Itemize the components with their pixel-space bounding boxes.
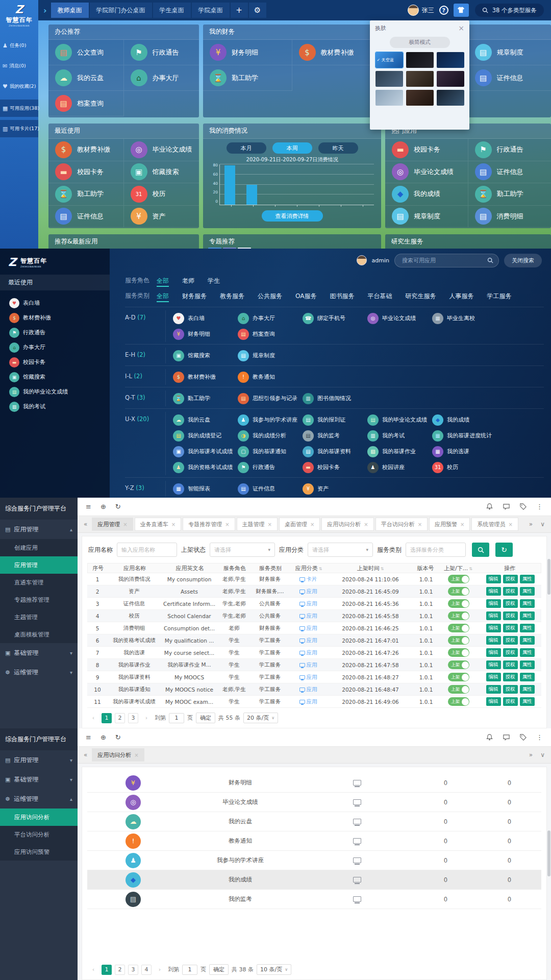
app-item[interactable]: ▬校园卡务	[385, 139, 468, 161]
skin-shirt-icon[interactable]	[454, 4, 469, 17]
close-icon[interactable]: ×	[418, 522, 422, 527]
next-page-icon[interactable]: ›	[141, 713, 152, 723]
skin-thumbnail[interactable]	[406, 52, 434, 68]
op-button[interactable]: 编辑	[486, 636, 501, 645]
app-item[interactable]: ⚑行政通告	[238, 459, 303, 475]
desktop-tab[interactable]: 教师桌面	[51, 3, 89, 18]
app-item[interactable]: ◑我的成绩分析	[238, 428, 303, 444]
page-size-select[interactable]: 20 条/页∨	[243, 713, 278, 723]
app-item[interactable]: ▤我的报到证	[303, 412, 367, 428]
skin-thumbnail[interactable]	[375, 71, 403, 87]
refresh-icon[interactable]: ↻	[115, 503, 121, 510]
page-button[interactable]: 3	[128, 965, 138, 975]
reset-refresh-button[interactable]: ↻	[495, 543, 513, 557]
op-button[interactable]: 属性	[520, 624, 535, 632]
app-item[interactable]: ◎毕业论文成绩	[385, 161, 468, 184]
publish-toggle[interactable]: 上架	[448, 587, 469, 596]
publish-toggle[interactable]: 上架	[448, 575, 469, 583]
app-item[interactable]: ¥资产	[124, 206, 199, 228]
app-type-link[interactable]: 应用	[299, 698, 317, 705]
menu-item[interactable]: 桌面模板管理	[0, 626, 78, 643]
app-type-link[interactable]: 应用	[299, 625, 317, 632]
app-item[interactable]: ▥图书借阅情况	[303, 390, 367, 406]
app-item[interactable]: ▤我的毕业论文成绩	[9, 384, 110, 399]
app-item[interactable]: ▤公文查询	[48, 40, 124, 65]
skin-thumbnail[interactable]	[437, 71, 464, 87]
app-item[interactable]: ◎毕业论文成绩	[367, 310, 432, 326]
op-button[interactable]: 编辑	[486, 697, 501, 706]
app-item[interactable]: ▬校园卡务	[303, 459, 367, 475]
bell-icon[interactable]	[486, 503, 493, 510]
app-item[interactable]: ▤我的成绩登记	[173, 428, 238, 444]
app-item[interactable]: ⚑行政通告	[9, 325, 110, 340]
settings-gear-icon[interactable]: ⚙	[249, 3, 266, 18]
op-button[interactable]: 授权	[503, 599, 518, 608]
sidebar-item[interactable]: ▦可用应用(38)	[0, 100, 38, 117]
scrollbar[interactable]	[547, 830, 550, 876]
category-option[interactable]: 财务服务	[182, 292, 207, 301]
app-item[interactable]: ▥我的考试	[9, 399, 110, 414]
op-button[interactable]: 授权	[503, 673, 518, 681]
prev-page-icon[interactable]: ‹	[88, 713, 98, 723]
op-button[interactable]: 属性	[520, 685, 535, 694]
service-type-filter-input[interactable]	[406, 543, 466, 557]
publish-toggle[interactable]: 上架	[448, 648, 469, 657]
menu-group[interactable]: ▤应用管理▴	[0, 520, 78, 539]
app-item[interactable]: ⌛勤工助学	[203, 65, 292, 91]
skin-thumbnail[interactable]	[406, 71, 434, 87]
close-icon[interactable]: ×	[268, 522, 272, 527]
op-button[interactable]: 编辑	[486, 673, 501, 681]
menu-group[interactable]: ▣基础管理▾	[0, 770, 78, 789]
page-button[interactable]: 4	[141, 965, 152, 975]
simple-mode-button[interactable]: 极简模式	[390, 37, 450, 48]
op-button[interactable]: 编辑	[486, 575, 501, 583]
workspace-tab[interactable]: 专题推荐管理×	[183, 518, 235, 531]
app-item[interactable]: ⌂办事大厅	[124, 65, 199, 91]
app-item[interactable]: ¥财务明细	[173, 326, 238, 342]
op-button[interactable]: 属性	[520, 660, 535, 669]
app-item[interactable]: ▤我的毕业论文成绩	[367, 412, 432, 428]
skin-thumbnail[interactable]	[437, 90, 464, 106]
op-button[interactable]: 编辑	[486, 685, 501, 694]
workspace-tab[interactable]: 应用访问分析×	[321, 518, 373, 531]
kebab-menu-icon[interactable]: ⋮	[536, 503, 543, 510]
app-type-link[interactable]: 应用	[299, 600, 317, 607]
app-item[interactable]: $教材费补缴	[48, 139, 124, 161]
app-item[interactable]: ♟我参与的学术讲座	[238, 412, 303, 428]
category-option[interactable]: 公共服务	[258, 292, 282, 301]
app-item[interactable]: ◆我的成绩	[385, 183, 468, 206]
op-button[interactable]: 授权	[503, 624, 518, 632]
app-item[interactable]: 31校历	[432, 459, 497, 475]
page-button[interactable]: 1	[102, 965, 112, 975]
menu-group[interactable]: ▣基础管理▾	[0, 643, 78, 663]
category-option[interactable]: 学工服务	[487, 292, 511, 301]
app-item[interactable]: ¥财务明细	[203, 40, 292, 65]
app-name-filter-input[interactable]	[117, 543, 177, 557]
app-item[interactable]: ▦我的慕课进度统计	[432, 428, 497, 444]
close-icon[interactable]: ×	[508, 522, 512, 527]
close-icon[interactable]: ×	[460, 522, 464, 527]
goto-page-input[interactable]	[182, 965, 197, 975]
tag-icon[interactable]	[519, 733, 527, 741]
app-item[interactable]: ▤规章制度	[468, 40, 551, 65]
workspace-tab[interactable]: 应用预警×	[429, 518, 470, 531]
close-icon[interactable]: ×	[134, 752, 138, 758]
op-button[interactable]: 属性	[520, 697, 535, 706]
global-search[interactable]: 38 个多类型服务	[475, 4, 544, 17]
category-option[interactable]: OA服务	[295, 292, 316, 301]
app-item[interactable]: $教材费补缴	[9, 310, 110, 325]
add-desktop-button[interactable]: +	[231, 3, 248, 18]
consumption-tab[interactable]: 本周	[272, 142, 312, 154]
app-item[interactable]: ⌛勤工助学	[468, 183, 551, 206]
consumption-tab[interactable]: 本月	[227, 142, 266, 154]
op-button[interactable]: 授权	[503, 636, 518, 645]
close-icon[interactable]: ×	[171, 522, 176, 527]
app-type-link[interactable]: 应用	[299, 637, 317, 644]
workspace-tab[interactable]: 平台访问分析×	[375, 518, 428, 531]
app-search-input[interactable]: 搜索可用应用	[394, 254, 499, 267]
refresh-icon[interactable]: ↻	[115, 733, 121, 741]
app-type-link[interactable]: 卡片	[299, 576, 317, 583]
app-type-link[interactable]: 应用	[299, 612, 317, 620]
workspace-tab[interactable]: 应用管理×	[92, 518, 133, 531]
page-button[interactable]: 3	[128, 713, 138, 723]
